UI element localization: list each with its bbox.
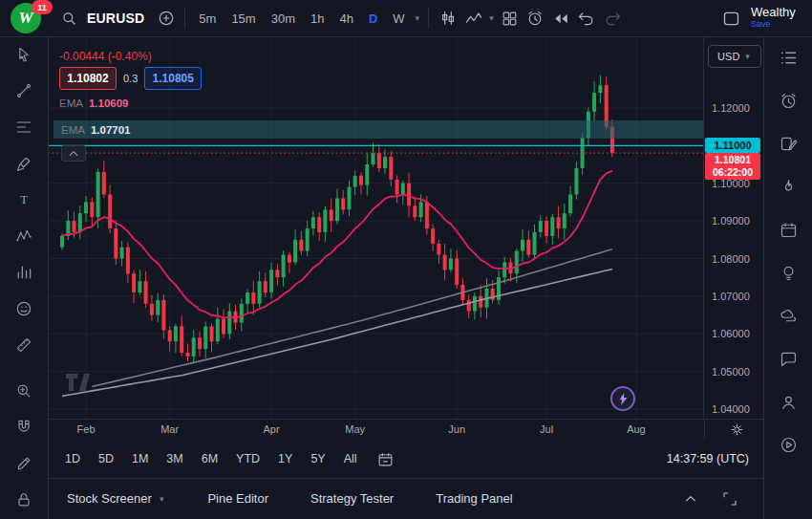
- account-save-link[interactable]: Save: [751, 18, 806, 31]
- search-icon: [57, 7, 81, 31]
- panel-controls: [678, 487, 745, 510]
- panel-chevron-up-icon[interactable]: [678, 487, 702, 510]
- indicator-row-ema-fast[interactable]: EMA1.10609: [59, 97, 129, 109]
- broker-logo[interactable]: W 11: [6, 0, 48, 36]
- tab-strategy-tester[interactable]: Strategy Tester: [310, 491, 394, 506]
- panel-layout-icon[interactable]: [719, 7, 743, 31]
- tab-label: Strategy Tester: [310, 491, 394, 506]
- calendar-icon[interactable]: [777, 218, 801, 242]
- tradingview-watermark: [65, 371, 97, 396]
- candlestick-chart[interactable]: [48, 36, 704, 419]
- chat-bubble-icon[interactable]: [777, 347, 801, 371]
- trend-line-icon[interactable]: [12, 78, 36, 102]
- go-to-date-icon[interactable]: [374, 447, 397, 471]
- range-5y[interactable]: 5Y: [309, 449, 327, 468]
- timeframe-30m[interactable]: 30m: [265, 8, 302, 30]
- timeframe-1d[interactable]: D: [362, 8, 384, 30]
- price-axis-label: 1.12000: [712, 102, 750, 114]
- timeframe-1w[interactable]: W: [386, 8, 411, 30]
- magnet-icon[interactable]: [12, 415, 36, 439]
- spread-value: 0.3: [123, 73, 138, 84]
- timeframe-dropdown-icon[interactable]: ▾: [414, 11, 422, 25]
- layout-grid-icon[interactable]: [498, 7, 522, 31]
- notes-icon[interactable]: [777, 132, 801, 156]
- ideas-lightbulb-icon[interactable]: [777, 261, 801, 285]
- chart-type-icon[interactable]: [461, 7, 485, 31]
- compare-add-icon[interactable]: [154, 7, 178, 31]
- brush-icon[interactable]: [12, 151, 36, 175]
- time-axis[interactable]: FebMarAprMayJunJulAug: [48, 419, 704, 441]
- drawing-toolbar: T: [0, 36, 49, 519]
- emoji-icon[interactable]: [12, 296, 36, 320]
- text-tool-icon[interactable]: T: [12, 187, 36, 211]
- timeframe-5m[interactable]: 5m: [192, 8, 223, 30]
- edit-pencil-icon[interactable]: [12, 451, 36, 475]
- undo-icon[interactable]: [575, 7, 599, 31]
- cursor-icon[interactable]: [12, 42, 36, 66]
- symbol-search-button[interactable]: EURUSD: [50, 3, 152, 34]
- range-5d[interactable]: 5D: [96, 449, 116, 468]
- replay-rewind-icon[interactable]: [549, 7, 573, 31]
- tutorials-play-icon[interactable]: [777, 433, 801, 457]
- range-1y[interactable]: 1Y: [276, 449, 294, 468]
- account-menu[interactable]: Wealthy Save: [751, 6, 806, 31]
- candle-style-icon[interactable]: [436, 7, 459, 31]
- range-all[interactable]: All: [342, 449, 359, 468]
- last-price-tag: 1.10801 06:22:00: [705, 153, 760, 180]
- svg-text:T: T: [20, 192, 28, 206]
- chart-type-dropdown-icon[interactable]: ▾: [487, 11, 496, 25]
- chart-region: -0.00444 (-0.40%) 1.10802 0.3 1.10805 EM…: [48, 36, 764, 519]
- measure-ruler-icon[interactable]: [12, 333, 36, 357]
- alert-clock-icon[interactable]: [524, 7, 547, 31]
- tab-stock-screener[interactable]: Stock Screener ▾: [67, 491, 165, 506]
- alerts-clock-icon[interactable]: [777, 89, 801, 113]
- tab-pine-editor[interactable]: Pine Editor: [207, 491, 268, 506]
- chart-plot[interactable]: -0.00444 (-0.40%) 1.10802 0.3 1.10805 EM…: [48, 36, 704, 419]
- timeframe-1h[interactable]: 1h: [304, 8, 331, 30]
- utc-clock[interactable]: 14:37:59 (UTC): [667, 452, 749, 465]
- forecast-icon[interactable]: [12, 260, 36, 284]
- indicator-row-ema-slow[interactable]: EMA1.07701: [53, 120, 703, 139]
- indicator-value: 1.10609: [89, 97, 129, 109]
- tab-label: Trading Panel: [436, 491, 512, 506]
- range-1m[interactable]: 1M: [130, 449, 150, 468]
- range-ytd[interactable]: YTD: [234, 449, 262, 468]
- tab-label: Pine Editor: [207, 491, 268, 506]
- price-axis-label: 1.07000: [712, 291, 750, 302]
- last-price-value: 1.10801: [715, 154, 751, 166]
- price-axis[interactable]: USD ▾ 1.11000 1.10801 06:22:00 1.120001.…: [703, 36, 764, 419]
- price-axis-label: 1.05000: [712, 366, 750, 378]
- streams-clouds-icon[interactable]: [777, 304, 801, 328]
- currency-label: USD: [717, 51, 739, 62]
- range-1d[interactable]: 1D: [63, 449, 82, 468]
- chart-settings-gear-icon[interactable]: [728, 422, 745, 439]
- timeframe-15m[interactable]: 15m: [224, 8, 262, 30]
- time-axis-label: Apr: [257, 423, 286, 435]
- sell-button[interactable]: 1.10802: [59, 67, 117, 90]
- trading-app: W 11 EURUSD 5m 15m 30m 1h 4h D W ▾ ▾: [0, 0, 812, 519]
- lock-icon[interactable]: [12, 487, 36, 511]
- range-6m[interactable]: 6M: [200, 449, 220, 468]
- range-3m[interactable]: 3M: [164, 449, 184, 468]
- tab-trading-panel[interactable]: Trading Panel: [436, 491, 512, 506]
- time-axis-label: May: [341, 423, 370, 435]
- time-axis-label: Jun: [442, 423, 471, 435]
- xabcd-pattern-icon[interactable]: [12, 224, 36, 248]
- indicator-value: 1.07701: [91, 124, 131, 136]
- timeframe-4h[interactable]: 4h: [332, 8, 359, 30]
- indicator-label: EMA: [59, 97, 83, 109]
- watchlist-icon[interactable]: [777, 46, 801, 70]
- redo-icon[interactable]: [601, 7, 625, 31]
- quick-trade-bolt-button[interactable]: [610, 386, 635, 411]
- buy-button[interactable]: 1.10805: [144, 67, 202, 90]
- zoom-icon[interactable]: [12, 378, 36, 402]
- support-person-icon[interactable]: [777, 390, 801, 414]
- bottom-panel-bar: Stock Screener ▾ Pine Editor Strategy Te…: [48, 478, 764, 519]
- fib-retracement-icon[interactable]: [12, 115, 36, 139]
- trade-buttons: 1.10802 0.3 1.10805: [59, 67, 202, 90]
- currency-dropdown[interactable]: USD ▾: [708, 45, 761, 68]
- hotlists-flame-icon[interactable]: [777, 175, 801, 199]
- toolbar-divider: [428, 8, 429, 29]
- legend-collapse-button[interactable]: [61, 145, 86, 162]
- panel-expand-icon[interactable]: [717, 487, 741, 510]
